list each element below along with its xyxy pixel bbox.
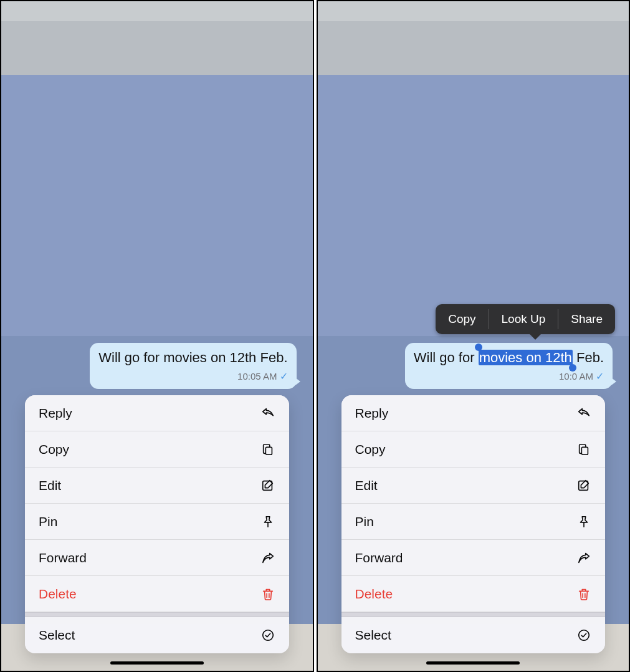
message-text: Will go for movies on 12th Feb. [98, 350, 287, 365]
reply-icon [576, 406, 591, 421]
pin-icon [260, 514, 275, 529]
sent-check-icon: ✓ [280, 372, 288, 382]
menu-copy-label: Copy [355, 442, 386, 457]
menu-delete-label: Delete [39, 587, 77, 602]
menu-select[interactable]: Select [25, 617, 289, 653]
menu-select-label: Select [39, 628, 75, 643]
menu-pin-label: Pin [355, 514, 374, 529]
menu-edit[interactable]: Edit [25, 468, 289, 504]
forward-icon [260, 550, 275, 565]
copy-icon [576, 442, 591, 457]
menu-forward[interactable]: Forward [341, 540, 606, 576]
menu-select[interactable]: Select [341, 617, 606, 653]
menu-forward-label: Forward [355, 550, 403, 565]
menu-edit[interactable]: Edit [341, 468, 606, 504]
menu-forward[interactable]: Forward [25, 540, 289, 576]
menu-select-label: Select [355, 628, 391, 643]
menu-delete[interactable]: Delete [25, 576, 289, 612]
popup-share[interactable]: Share [558, 304, 615, 334]
trash-icon [576, 587, 591, 602]
content-area: Copy Look Up Share Will go for movies on… [318, 1, 629, 671]
svg-rect-0 [265, 447, 272, 454]
selected-text[interactable]: movies on 12th [479, 350, 573, 365]
menu-edit-label: Edit [39, 478, 61, 493]
trash-icon [260, 587, 275, 602]
message-bubble[interactable]: Will go for movies on 12th Feb. 10:0 AM … [405, 343, 613, 389]
menu-pin[interactable]: Pin [25, 504, 289, 540]
selection-popup: Copy Look Up Share [436, 304, 615, 334]
menu-pin[interactable]: Pin [341, 504, 606, 540]
svg-point-5 [579, 630, 589, 641]
svg-point-2 [262, 630, 273, 641]
select-check-icon [260, 628, 275, 643]
edit-icon [260, 478, 275, 493]
menu-separator [341, 612, 606, 617]
message-text-before: Will go for [414, 350, 479, 365]
pin-icon [576, 514, 591, 529]
menu-copy[interactable]: Copy [25, 431, 289, 468]
menu-edit-label: Edit [355, 478, 378, 493]
right-screenshot: Copy Look Up Share Will go for movies on… [317, 0, 631, 672]
context-menu: Reply Copy Edit Pin [25, 395, 289, 653]
context-menu: Reply Copy Edit Pin [341, 395, 606, 653]
message-text-after: Feb. [573, 350, 604, 365]
menu-reply-label: Reply [355, 406, 389, 421]
menu-copy-label: Copy [39, 442, 69, 457]
reply-icon [260, 406, 275, 421]
message-meta: 10:05 AM ✓ [98, 368, 287, 385]
menu-pin-label: Pin [39, 514, 57, 529]
menu-forward-label: Forward [39, 550, 87, 565]
content-area: Will go for movies on 12th Feb. 10:05 AM… [1, 1, 313, 671]
home-indicator[interactable] [426, 661, 520, 665]
home-indicator[interactable] [110, 661, 204, 665]
popup-lookup[interactable]: Look Up [489, 304, 558, 334]
left-screenshot: Will go for movies on 12th Feb. 10:05 AM… [0, 0, 314, 672]
menu-copy[interactable]: Copy [341, 431, 606, 468]
menu-separator [25, 612, 289, 617]
menu-reply[interactable]: Reply [25, 395, 289, 431]
selection-handle-end[interactable] [569, 364, 576, 372]
menu-reply-label: Reply [39, 406, 72, 421]
popup-copy[interactable]: Copy [436, 304, 488, 334]
message-time: 10:05 AM [237, 368, 277, 385]
selection-handle-start[interactable] [475, 343, 482, 351]
svg-rect-3 [581, 447, 588, 454]
menu-delete-label: Delete [355, 587, 393, 602]
popup-caret-icon [529, 334, 542, 340]
sent-check-icon: ✓ [596, 372, 604, 382]
menu-delete[interactable]: Delete [341, 576, 606, 612]
select-check-icon [576, 628, 591, 643]
edit-icon [576, 478, 591, 493]
message-bubble[interactable]: Will go for movies on 12th Feb. 10:05 AM… [90, 343, 296, 389]
message-time: 10:0 AM [559, 368, 593, 385]
copy-icon [260, 442, 275, 457]
menu-reply[interactable]: Reply [341, 395, 606, 431]
forward-icon [576, 550, 591, 565]
